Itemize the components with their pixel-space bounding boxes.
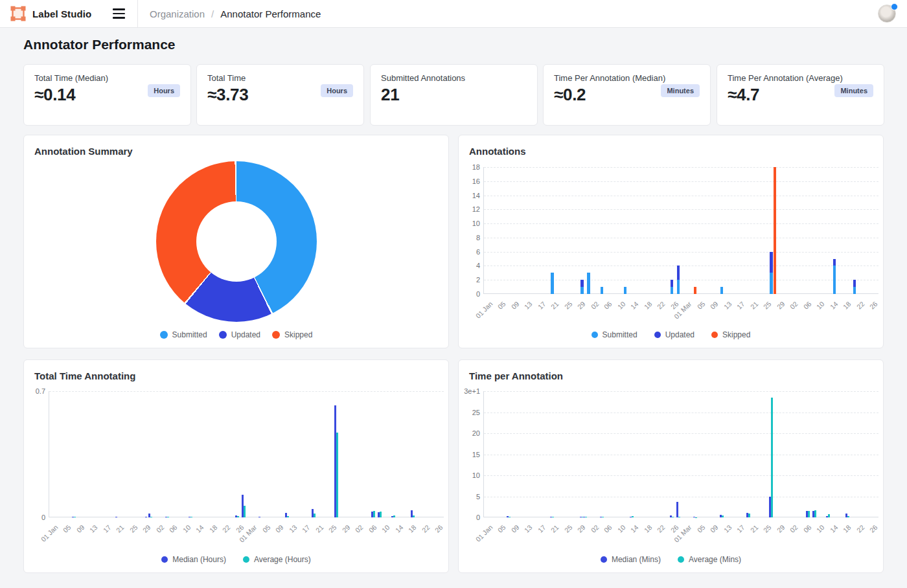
x-axis-tick-label: 13 bbox=[523, 523, 534, 534]
unit-badge: Minutes bbox=[661, 84, 700, 97]
y-axis-tick-label: 20 bbox=[461, 429, 480, 437]
legend-dot bbox=[272, 331, 280, 339]
x-axis-tick-label: 29 bbox=[340, 523, 351, 534]
legend-item-average-hours[interactable]: Average (Hours) bbox=[243, 555, 311, 564]
stat-label: Time Per Annotation (Average) bbox=[728, 73, 873, 83]
gridline bbox=[484, 209, 878, 210]
bar bbox=[694, 287, 697, 294]
x-axis-tick-label: 02 bbox=[154, 523, 165, 534]
gridline bbox=[484, 223, 878, 224]
x-axis-tick-label: 22 bbox=[420, 523, 431, 534]
legend-dot bbox=[160, 331, 168, 339]
x-axis-tick-label: 14 bbox=[629, 523, 640, 534]
top-bar: Label Studio Organization / Annotator Pe… bbox=[0, 0, 907, 28]
notification-dot bbox=[891, 3, 898, 10]
stat-value: 21 bbox=[381, 85, 527, 105]
legend-item-submitted[interactable]: Submitted bbox=[591, 330, 637, 339]
x-axis-tick-label: 18 bbox=[642, 523, 653, 534]
annotation-summary-card: Annotation Summary Submitted Updated Ski… bbox=[23, 135, 449, 348]
x-axis-tick-label: 05 bbox=[695, 300, 706, 311]
bar bbox=[695, 517, 697, 518]
bar bbox=[314, 514, 316, 517]
legend-item-updated[interactable]: Updated bbox=[219, 330, 260, 339]
gridline bbox=[484, 181, 878, 182]
x-axis-tick-label: 06 bbox=[801, 523, 812, 534]
bar bbox=[677, 266, 680, 280]
legend-item-skipped[interactable]: Skipped bbox=[272, 330, 312, 339]
x-axis-tick-label: 09 bbox=[709, 523, 720, 534]
y-axis-tick-label: 12 bbox=[461, 205, 480, 213]
y-axis-tick-label: 25 bbox=[461, 409, 480, 416]
y-axis-tick-label: 3e+1 bbox=[461, 387, 480, 395]
legend-dot bbox=[591, 332, 598, 338]
x-axis-tick-label: 22 bbox=[656, 300, 667, 311]
legend-dot bbox=[654, 332, 661, 338]
x-axis-tick-label: 21 bbox=[314, 523, 325, 534]
header-divider bbox=[137, 0, 138, 28]
legend-dot bbox=[219, 331, 227, 339]
bar bbox=[380, 512, 382, 517]
menu-toggle-button[interactable] bbox=[108, 4, 130, 23]
legend-item-median-mins[interactable]: Median (Mins) bbox=[601, 555, 661, 564]
stat-card-submitted-annotations: Submitted Annotations 21 bbox=[370, 64, 538, 126]
x-axis-tick-label: 05 bbox=[260, 523, 271, 534]
stat-label: Time Per Annotation (Median) bbox=[554, 73, 700, 83]
donut-hole bbox=[196, 201, 277, 282]
time-per-annotation-plot: 3e+1252015105001 Jan05091317212529020610… bbox=[483, 391, 878, 517]
y-axis-tick-label: 14 bbox=[461, 192, 480, 199]
y-axis-tick-label: 10 bbox=[461, 471, 480, 479]
page-title: Annotator Performance bbox=[23, 37, 176, 52]
x-axis-tick-label: 09 bbox=[709, 300, 720, 311]
stat-card-total-time-median: Total Time (Median) ≈0.14 Hours bbox=[23, 64, 191, 126]
chart-title: Annotations bbox=[469, 146, 526, 157]
x-axis-tick-label: 18 bbox=[842, 300, 853, 311]
bar bbox=[552, 517, 554, 517]
unit-badge: Hours bbox=[148, 84, 180, 97]
stat-card-time-per-annotation-average: Time Per Annotation (Average) ≈4.7 Minut… bbox=[717, 64, 884, 126]
gridline bbox=[484, 391, 878, 392]
chart-title: Total Time Annotating bbox=[34, 370, 135, 381]
x-axis-tick-label: 22 bbox=[855, 300, 866, 311]
legend-item-median-hours[interactable]: Median (Hours) bbox=[161, 555, 226, 564]
bar bbox=[190, 517, 192, 517]
x-axis-tick-label: 02 bbox=[589, 300, 600, 311]
breadcrumb-organization[interactable]: Organization bbox=[150, 8, 205, 19]
x-axis-tick-label: 18 bbox=[207, 523, 218, 534]
x-axis-tick-label: 02 bbox=[589, 523, 600, 534]
chart-title: Time per Annotation bbox=[469, 370, 563, 381]
gridline bbox=[484, 252, 878, 253]
x-axis-tick-label: 10 bbox=[181, 523, 192, 534]
x-axis-tick-label: 10 bbox=[615, 523, 626, 534]
legend-item-skipped[interactable]: Skipped bbox=[711, 330, 750, 339]
user-avatar[interactable] bbox=[878, 5, 897, 24]
x-axis-tick-label: 14 bbox=[828, 523, 839, 534]
legend-dot bbox=[711, 332, 718, 338]
legend-item-updated[interactable]: Updated bbox=[654, 330, 695, 339]
x-axis-tick-label: 21 bbox=[549, 523, 560, 534]
x-axis-tick-label: 06 bbox=[168, 523, 179, 534]
x-axis-tick-label: 17 bbox=[536, 300, 547, 311]
x-axis-tick-label: 05 bbox=[695, 523, 706, 534]
x-axis-tick-label: 22 bbox=[656, 523, 667, 534]
x-axis-tick-label: 14 bbox=[629, 300, 640, 311]
bar bbox=[624, 287, 627, 294]
stat-label: Submitted Annotations bbox=[381, 73, 527, 83]
x-axis-tick-label: 13 bbox=[287, 523, 298, 534]
x-axis-tick-label: 17 bbox=[735, 300, 746, 311]
legend-item-average-mins[interactable]: Average (Mins) bbox=[678, 555, 741, 564]
x-axis-tick-label: 06 bbox=[603, 523, 614, 534]
bar bbox=[580, 280, 584, 287]
bar bbox=[770, 252, 773, 273]
bar bbox=[632, 516, 634, 517]
legend-item-submitted[interactable]: Submitted bbox=[160, 330, 207, 339]
bar bbox=[602, 517, 604, 517]
gridline bbox=[484, 413, 878, 413]
unit-badge: Minutes bbox=[834, 84, 873, 97]
x-axis-tick-label: 13 bbox=[88, 523, 99, 534]
x-axis-tick-label: 21 bbox=[748, 523, 759, 534]
x-axis-tick-label: 05 bbox=[496, 523, 507, 534]
label-studio-logo-icon bbox=[10, 6, 26, 21]
x-axis-tick-label: 18 bbox=[842, 523, 853, 534]
breadcrumb-separator: / bbox=[211, 8, 214, 19]
stat-card-time-per-annotation-median: Time Per Annotation (Median) ≈0.2 Minute… bbox=[543, 64, 711, 126]
